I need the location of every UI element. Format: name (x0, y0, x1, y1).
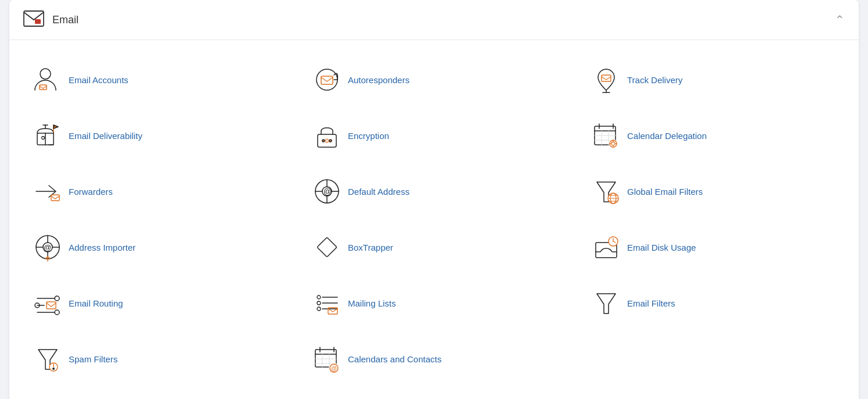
email-disk-usage-icon (585, 230, 627, 265)
svg-rect-3 (40, 85, 47, 90)
svg-rect-6 (602, 75, 611, 81)
svg-point-75 (317, 307, 321, 311)
boxtrapper-label: BoxTrapper (348, 243, 393, 252)
global-email-filters-icon (585, 174, 627, 209)
track-delivery-item[interactable]: Track Delivery (574, 52, 853, 108)
calendars-contacts-item[interactable]: @ Calendars and Contacts (294, 331, 574, 387)
svg-rect-0 (24, 11, 44, 26)
spam-filters-label: Spam Filters (69, 354, 118, 364)
autoresponders-icon (306, 62, 348, 97)
email-deliverability-item[interactable]: Email Deliverability (15, 108, 294, 163)
svg-text:@: @ (323, 187, 332, 196)
svg-rect-36 (51, 195, 59, 201)
email-disk-usage-item[interactable]: Email Disk Usage (574, 219, 853, 275)
svg-point-18 (329, 140, 332, 142)
panel-header: Email ⌃ (9, 0, 859, 40)
encryption-label: Encryption (348, 131, 389, 141)
email-routing-icon (27, 286, 69, 320)
collapse-button[interactable]: ⌃ (835, 13, 845, 27)
email-routing-label: Email Routing (69, 298, 123, 308)
svg-rect-1 (35, 19, 41, 24)
email-filters-label: Email Filters (627, 298, 675, 308)
calendar-delegation-label: Calendar Delegation (627, 131, 707, 141)
track-delivery-label: Track Delivery (627, 75, 682, 85)
mailing-lists-item[interactable]: Mailing Lists (294, 275, 574, 331)
email-section-icon (23, 10, 44, 29)
autoresponders-label: Autoresponders (348, 75, 410, 85)
email-deliverability-icon (27, 118, 69, 153)
svg-rect-70 (47, 302, 56, 309)
forwarders-label: Forwarders (69, 187, 113, 197)
email-panel: Email ⌃ Email Accounts (9, 0, 859, 399)
autoresponders-item[interactable]: Autoresponders (294, 52, 574, 108)
svg-rect-5 (321, 76, 333, 84)
svg-line-59 (319, 247, 327, 255)
spam-filters-icon (27, 341, 69, 376)
panel-title: Email (52, 14, 79, 26)
svg-rect-58 (317, 237, 337, 257)
email-accounts-item[interactable]: Email Accounts (15, 52, 294, 108)
header-left: Email (23, 10, 79, 29)
svg-point-69 (55, 310, 59, 315)
svg-point-65 (55, 296, 59, 301)
address-importer-icon: @ (27, 230, 69, 265)
svg-text:@: @ (331, 365, 337, 372)
svg-point-2 (40, 69, 51, 79)
email-accounts-label: Email Accounts (69, 75, 129, 85)
svg-point-73 (317, 301, 321, 305)
svg-text:@: @ (44, 243, 51, 252)
encryption-item[interactable]: Encryption (294, 108, 574, 163)
svg-point-82 (53, 368, 54, 369)
svg-rect-19 (326, 139, 328, 142)
boxtrapper-item[interactable]: BoxTrapper (294, 219, 574, 275)
default-address-item[interactable]: @ Default Address (294, 163, 574, 219)
svg-marker-78 (597, 294, 616, 314)
calendar-delegation-item[interactable]: Calendar Delegation (574, 108, 853, 163)
calendars-contacts-label: Calendars and Contacts (348, 354, 442, 364)
address-importer-label: Address Importer (69, 243, 136, 252)
calendar-delegation-icon (585, 118, 627, 153)
svg-rect-16 (318, 134, 336, 147)
email-disk-usage-label: Email Disk Usage (627, 243, 696, 252)
spam-filters-item[interactable]: Spam Filters (15, 331, 294, 387)
address-importer-item[interactable]: @ Address Importer (15, 219, 294, 275)
boxtrapper-icon (306, 230, 348, 265)
global-email-filters-item[interactable]: Global Email Filters (574, 163, 853, 219)
global-email-filters-label: Global Email Filters (627, 187, 703, 197)
email-routing-item[interactable]: Email Routing (15, 275, 294, 331)
encryption-icon (306, 118, 348, 153)
calendars-contacts-icon: @ (306, 341, 348, 376)
svg-point-17 (322, 140, 325, 142)
email-accounts-icon (27, 62, 69, 97)
svg-point-11 (42, 137, 45, 140)
default-address-icon: @ (306, 174, 348, 209)
mailing-lists-label: Mailing Lists (348, 298, 396, 308)
email-filters-item[interactable]: Email Filters (574, 275, 853, 331)
track-delivery-icon (585, 62, 627, 97)
default-address-label: Default Address (348, 187, 410, 197)
svg-point-71 (317, 295, 321, 299)
forwarders-item[interactable]: Forwarders (15, 163, 294, 219)
items-grid: Email Accounts Autoresponders (9, 40, 859, 399)
forwarders-icon (27, 174, 69, 209)
email-filters-icon (585, 286, 627, 320)
email-deliverability-label: Email Deliverability (69, 131, 143, 141)
mailing-lists-icon (306, 286, 348, 320)
